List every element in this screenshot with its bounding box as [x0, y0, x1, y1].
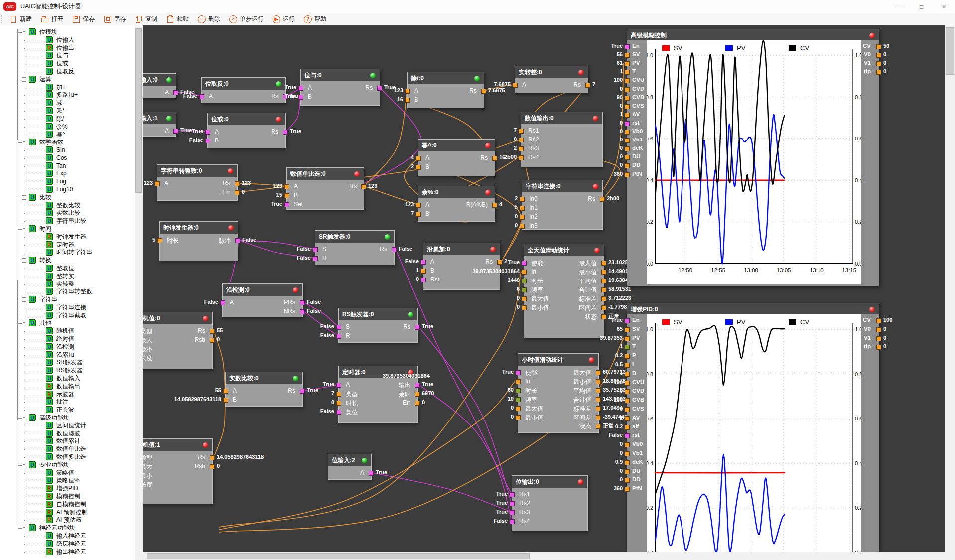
- node-edge-detect-0[interactable]: 沿检测:0AFalsePRsFalseNRsFalse: [222, 283, 303, 317]
- port-输出[interactable]: [415, 383, 420, 388]
- tree-item-乘*[interactable]: U乘*: [0, 107, 135, 115]
- port-复位[interactable]: [336, 410, 341, 415]
- port-A[interactable]: [416, 156, 421, 161]
- port-Rs[interactable]: [600, 197, 605, 202]
- port-B[interactable]: [205, 139, 210, 143]
- tree-item-余%[interactable]: U余%: [0, 123, 135, 131]
- port-Rs[interactable]: [392, 247, 397, 252]
- port-频率[interactable]: [522, 287, 527, 292]
- tree-item-策略值[interactable]: U策略值: [0, 469, 135, 477]
- tree-item-数值输出[interactable]: R数值输出: [0, 383, 135, 391]
- port-In[interactable]: [516, 379, 521, 384]
- node-random-0[interactable]: 随机值:0类型最大100最小0长度5Rs55Rsb0: [143, 312, 213, 369]
- tree-expander-icon[interactable]: −: [22, 195, 26, 200]
- port-R[interactable]: [336, 334, 341, 339]
- tree-category-神经元功能块[interactable]: −U神经元功能块: [0, 524, 135, 532]
- port-类型[interactable]: [336, 392, 341, 397]
- port-最小值[interactable]: [522, 305, 527, 310]
- port-Err[interactable]: [235, 190, 240, 195]
- chart-port-rst[interactable]: [625, 433, 630, 438]
- port-Rs[interactable]: [585, 83, 590, 88]
- horizontal-scrollbar-thumb[interactable]: [147, 553, 530, 559]
- tree-category-比较[interactable]: −U比较: [0, 194, 135, 202]
- chart-port-DD[interactable]: [625, 478, 630, 483]
- port-Rs[interactable]: [481, 89, 486, 94]
- tree-item-实数比较[interactable]: U实数比较: [0, 209, 135, 217]
- port-A[interactable]: [421, 260, 426, 265]
- toolbar-button-另存[interactable]: 另存: [99, 13, 131, 25]
- port-Rsb[interactable]: [210, 464, 215, 469]
- toolbar-button-帮助[interactable]: ?帮助: [299, 13, 331, 25]
- tree-item-数值滤波[interactable]: U数值滤波: [0, 430, 135, 438]
- chart-port-PV[interactable]: [625, 336, 630, 341]
- tree-item-减-[interactable]: U减-: [0, 99, 135, 107]
- toolbar-button-删除[interactable]: −删除: [193, 13, 225, 25]
- port-脉冲[interactable]: [235, 238, 240, 243]
- node-str2int-0[interactable]: 字符串转整数:0A123Rs123Err0: [157, 164, 238, 201]
- chart-port-AV[interactable]: [625, 416, 630, 421]
- chart-port-I[interactable]: [625, 363, 630, 368]
- port-时长[interactable]: [336, 401, 341, 406]
- node-hour-stats-0[interactable]: 小时值滑动统计使能TrueIn时长60频率10最大值0最小值0最大值60.797…: [518, 353, 599, 433]
- maximize-button[interactable]: □: [910, 0, 933, 13]
- chart-port-CVD[interactable]: [625, 87, 630, 92]
- chart-port-CVU[interactable]: [625, 381, 630, 386]
- port-Sel[interactable]: [284, 202, 289, 207]
- chart-port-CVB[interactable]: [625, 398, 630, 403]
- port-NRs[interactable]: [300, 309, 305, 314]
- node-random-1[interactable]: 随机值:1类型1最大89最小0长度5Rs14.0582987643118Rsb0: [143, 438, 213, 504]
- port-最小值[interactable]: [601, 270, 606, 275]
- toolbar-button-新建[interactable]: 新建: [5, 13, 36, 25]
- port-In[interactable]: [522, 270, 527, 275]
- tree-item-绝对值[interactable]: U绝对值: [0, 335, 135, 343]
- chart-port-Vb0[interactable]: [625, 130, 630, 135]
- port-Rs[interactable]: [492, 156, 497, 161]
- tree-category-字符串[interactable]: −U字符串: [0, 296, 135, 304]
- port-Rs4[interactable]: [510, 519, 515, 524]
- chart-port-CVS[interactable]: [625, 407, 630, 412]
- chart-port-En[interactable]: [625, 44, 630, 49]
- port-Rs[interactable]: [377, 86, 382, 91]
- toolbar-button-单步运行[interactable]: ✓单步运行: [225, 13, 268, 25]
- port-A[interactable]: [405, 89, 410, 94]
- port-Rs[interactable]: [300, 389, 305, 394]
- node-allday-stats-0[interactable]: 全天值滑动统计使能TrueIn39.8735304031864时长1440频率6…: [524, 244, 604, 338]
- tree-expander-icon[interactable]: −: [22, 140, 26, 144]
- chart-port-tip[interactable]: [876, 345, 881, 350]
- node-bit-input-2[interactable]: 位输入:2ATrue: [328, 454, 372, 480]
- tree-item-幂^[interactable]: U幂^: [0, 131, 135, 139]
- tree-item-除/[interactable]: U除/: [0, 115, 135, 123]
- tree-category-其他[interactable]: −U其他: [0, 319, 135, 327]
- tree-expander-icon[interactable]: −: [22, 227, 26, 231]
- port-最大值[interactable]: [596, 370, 601, 375]
- port-Rsb[interactable]: [210, 338, 215, 343]
- node-bit-and-0[interactable]: 位与:0ATrueBTrueRsTrue: [300, 69, 380, 106]
- tree-category-时间[interactable]: −U时间: [0, 225, 135, 233]
- tree-item-模糊控制[interactable]: R模糊控制: [0, 493, 135, 501]
- port-Rs2[interactable]: [519, 138, 524, 142]
- tree-item-区间值统计[interactable]: U区间值统计: [0, 422, 135, 430]
- tree-item-Log10[interactable]: ULog10: [0, 186, 135, 194]
- chart-port-DU[interactable]: [625, 469, 630, 474]
- port-Rs[interactable]: [361, 184, 366, 189]
- port-使能[interactable]: [522, 261, 527, 266]
- port-B[interactable]: [405, 98, 410, 103]
- tree-item-隐层神经元[interactable]: U隐层神经元: [0, 540, 135, 548]
- tree-category-运算[interactable]: −U运算: [0, 76, 135, 84]
- minimize-button[interactable]: —: [888, 0, 910, 13]
- chart-port-deK[interactable]: [625, 146, 630, 151]
- tree-item-Sin[interactable]: USin: [0, 146, 135, 154]
- port-In1[interactable]: [520, 206, 525, 211]
- tree-item-SR触发器[interactable]: USR触发器: [0, 359, 135, 367]
- tree-expander-icon[interactable]: −: [22, 526, 26, 530]
- port-S[interactable]: [313, 247, 318, 252]
- port-A[interactable]: [173, 129, 178, 134]
- port-R[interactable]: [313, 256, 318, 261]
- tree-item-随机值[interactable]: U随机值: [0, 327, 135, 335]
- port-R(A%B)[interactable]: [492, 203, 497, 208]
- tree-item-沿累加[interactable]: U沿累加: [0, 351, 135, 359]
- chart-port-P[interactable]: [625, 354, 630, 359]
- tree-category-高级功能块[interactable]: −U高级功能块: [0, 414, 135, 422]
- port-A[interactable]: [284, 184, 289, 189]
- port-B[interactable]: [284, 193, 289, 198]
